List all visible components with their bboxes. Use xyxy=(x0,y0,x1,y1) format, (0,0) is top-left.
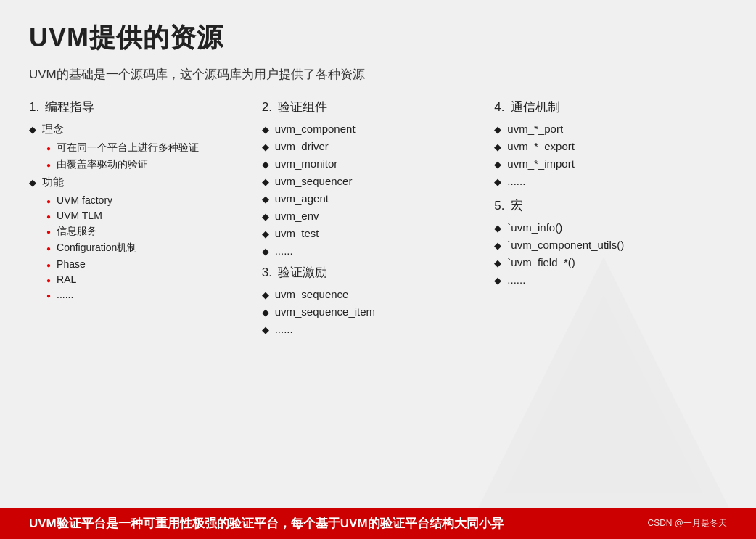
di-4: ◆ xyxy=(262,176,269,187)
section-num-2: 2. xyxy=(262,100,272,115)
d-uvm-sequence-item: ◆uvm_sequence_item xyxy=(262,305,488,318)
circle-icon-config: ● xyxy=(46,244,51,252)
circle-item-1: ● 可在同一个平台上进行多种验证 xyxy=(46,141,255,155)
di-1: ◆ xyxy=(262,124,269,135)
section-header-3: 3. 验证激励 xyxy=(262,264,488,281)
diamond-label-concept: 理念 xyxy=(42,123,64,136)
d-uvm-sequence: ◆uvm_sequence xyxy=(262,288,488,300)
section-label-5: 宏 xyxy=(511,197,523,214)
di-6: ◆ xyxy=(262,211,269,222)
section-communication: 4. 通信机制 ◆uvm_*_port ◆uvm_*_export ◆uvm_*… xyxy=(494,99,720,187)
dl-m2: `uvm_component_utils() xyxy=(507,239,624,251)
di-p2: ◆ xyxy=(494,141,501,152)
section-stimulus: 3. 验证激励 ◆uvm_sequence ◆uvm_sequence_item… xyxy=(262,264,488,335)
circle-icon-factory: ● xyxy=(46,197,51,205)
circle-icon-tlm: ● xyxy=(46,213,51,221)
dl-6: uvm_env xyxy=(275,210,319,222)
diamond-label-function: 功能 xyxy=(42,176,64,189)
page-title: UVM提供的资源 xyxy=(29,20,727,56)
columns-container: 1. 编程指导 ◆ 理念 ● 可在同一个平台上进行多种验证 ● 由覆盖率驱动的验… xyxy=(29,99,727,342)
dl-p3: uvm_*_import xyxy=(507,157,575,170)
circle-tlm: ● UVM TLM xyxy=(46,210,255,221)
circle-label-1: 可在同一个平台上进行多种验证 xyxy=(57,141,199,155)
section-header-5: 5. 宏 xyxy=(494,197,720,214)
circle-icon-1: ● xyxy=(46,144,51,152)
section-programming: 1. 编程指导 ◆ 理念 ● 可在同一个平台上进行多种验证 ● 由覆盖率驱动的验… xyxy=(29,99,255,300)
di-m2: ◆ xyxy=(494,240,501,251)
circle-icon-ral: ● xyxy=(46,276,51,284)
dl-7: uvm_test xyxy=(275,227,319,239)
dl-1: uvm_component xyxy=(275,123,356,135)
footer-bar: UVM验证平台是一种可重用性极强的验证平台，每个基于UVM的验证平台结构大同小异… xyxy=(0,508,756,539)
section-header-4: 4. 通信机制 xyxy=(494,99,720,115)
dl-m4: ...... xyxy=(507,273,525,286)
diamond-icon-function: ◆ xyxy=(29,177,36,188)
section-verification: 2. 验证组件 ◆uvm_component ◆uvm_driver ◆uvm_… xyxy=(262,99,488,257)
d-uvm-more2: ◆...... xyxy=(262,244,488,257)
di-5: ◆ xyxy=(262,194,269,205)
d-uvm-component: ◆uvm_component xyxy=(262,123,488,135)
circle-phase: ● Phase xyxy=(46,258,255,270)
section-label-3: 验证激励 xyxy=(278,264,327,281)
di-p4: ◆ xyxy=(494,176,501,187)
d-port: ◆uvm_*_port xyxy=(494,123,720,135)
di-11: ◆ xyxy=(262,324,269,335)
section-num-1: 1. xyxy=(29,100,39,115)
d-com-more: ◆...... xyxy=(494,175,720,187)
di-m4: ◆ xyxy=(494,275,501,286)
d-uvm-comp-utils: ◆`uvm_component_utils() xyxy=(494,239,720,251)
circle-icon-phase: ● xyxy=(46,261,51,269)
d-uvm-field: ◆`uvm_field_*() xyxy=(494,256,720,268)
circle-label-factory: UVM factory xyxy=(57,194,112,206)
circle-label-2: 由覆盖率驱动的验证 xyxy=(57,158,148,171)
dl-8: ...... xyxy=(275,244,293,257)
dl-2: uvm_driver xyxy=(275,140,329,152)
column-2: 2. 验证组件 ◆uvm_component ◆uvm_driver ◆uvm_… xyxy=(262,99,495,342)
d-import: ◆uvm_*_import xyxy=(494,157,720,170)
circle-ral: ● RAL xyxy=(46,273,255,285)
circle-icon-2: ● xyxy=(46,161,51,169)
section-label-1: 编程指导 xyxy=(45,99,94,115)
circle-label-tlm: UVM TLM xyxy=(57,210,102,221)
dl-5: uvm_agent xyxy=(275,192,329,205)
dl-m1: `uvm_info() xyxy=(507,221,562,234)
di-2: ◆ xyxy=(262,141,269,152)
d-uvm-more3: ◆...... xyxy=(262,323,488,335)
circle-icon-more1: ● xyxy=(46,292,51,300)
circle-icon-info: ● xyxy=(46,228,51,236)
di-p1: ◆ xyxy=(494,124,501,135)
circle-label-info: 信息服务 xyxy=(57,225,97,238)
di-10: ◆ xyxy=(262,307,269,318)
di-7: ◆ xyxy=(262,229,269,239)
d-uvm-env: ◆uvm_env xyxy=(262,210,488,222)
diamond-icon: ◆ xyxy=(29,124,36,135)
dl-p1: uvm_*_port xyxy=(507,123,563,135)
dl-9: uvm_sequence xyxy=(275,288,349,300)
main-content: UVM提供的资源 UVM的基础是一个源码库，这个源码库为用户提供了各种资源 1.… xyxy=(0,0,756,354)
subtitle: UVM的基础是一个源码库，这个源码库为用户提供了各种资源 xyxy=(29,66,727,83)
section-num-4: 4. xyxy=(494,100,504,115)
di-p3: ◆ xyxy=(494,159,501,170)
dl-m3: `uvm_field_*() xyxy=(507,256,575,268)
di-8: ◆ xyxy=(262,246,269,257)
dl-p2: uvm_*_export xyxy=(507,140,575,152)
section-num-3: 3. xyxy=(262,266,272,280)
circle-label-config: Configuration机制 xyxy=(57,242,137,255)
section-label-2: 验证组件 xyxy=(278,99,327,115)
footer-right-text: CSDN @一月是冬天 xyxy=(647,517,727,530)
d-uvm-test: ◆uvm_test xyxy=(262,227,488,239)
column-3: 4. 通信机制 ◆uvm_*_port ◆uvm_*_export ◆uvm_*… xyxy=(494,99,727,293)
diamond-item-concept: ◆ 理念 xyxy=(29,123,255,136)
d-uvm-agent: ◆uvm_agent xyxy=(262,192,488,205)
di-9: ◆ xyxy=(262,289,269,300)
column-1: 1. 编程指导 ◆ 理念 ● 可在同一个平台上进行多种验证 ● 由覆盖率驱动的验… xyxy=(29,99,262,308)
d-uvm-monitor: ◆uvm_monitor xyxy=(262,157,488,170)
di-3: ◆ xyxy=(262,159,269,170)
circle-item-2: ● 由覆盖率驱动的验证 xyxy=(46,158,255,171)
di-m3: ◆ xyxy=(494,258,501,268)
circle-label-ral: RAL xyxy=(57,273,76,285)
d-export: ◆uvm_*_export xyxy=(494,140,720,152)
circle-info: ● 信息服务 xyxy=(46,225,255,238)
section-label-4: 通信机制 xyxy=(511,99,560,115)
diamond-item-function: ◆ 功能 xyxy=(29,176,255,189)
